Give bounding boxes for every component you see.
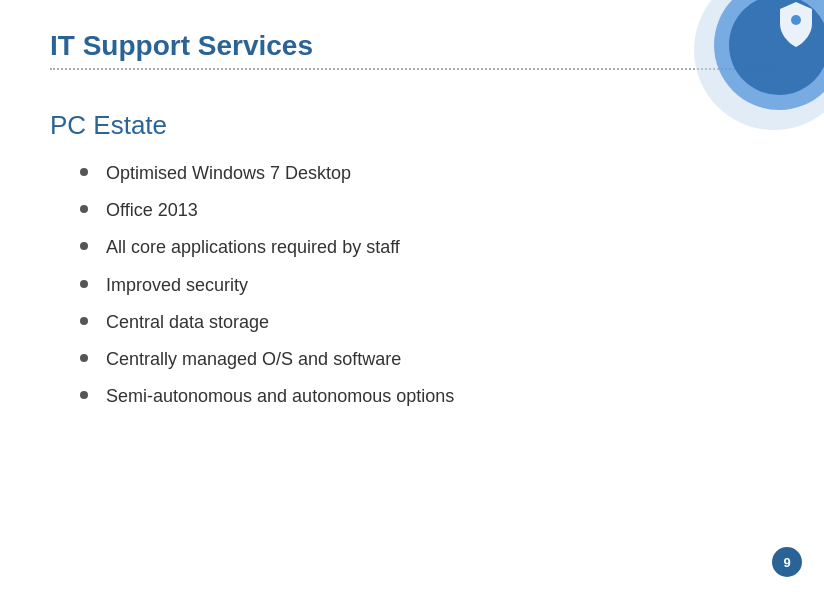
list-item: Optimised Windows 7 Desktop	[80, 161, 774, 186]
slide: IT Support Services PC Estate Optimised …	[0, 0, 824, 595]
bullet-list: Optimised Windows 7 DesktopOffice 2013Al…	[80, 161, 774, 409]
page-number-badge: 9	[772, 547, 802, 577]
title-section: IT Support Services	[50, 30, 774, 70]
list-item-text: Improved security	[106, 273, 248, 298]
bullet-dot	[80, 391, 88, 399]
list-item: Improved security	[80, 273, 774, 298]
bullet-dot	[80, 205, 88, 213]
list-item: Semi-autonomous and autonomous options	[80, 384, 774, 409]
page-title: IT Support Services	[50, 30, 774, 62]
decoration-circles	[674, 0, 824, 150]
section-heading: PC Estate	[50, 110, 774, 141]
list-item-text: Central data storage	[106, 310, 269, 335]
list-item: Office 2013	[80, 198, 774, 223]
list-item-text: Centrally managed O/S and software	[106, 347, 401, 372]
list-item-text: Optimised Windows 7 Desktop	[106, 161, 351, 186]
list-item: Centrally managed O/S and software	[80, 347, 774, 372]
list-item: All core applications required by staff	[80, 235, 774, 260]
shield-icon	[776, 0, 816, 50]
bullet-dot	[80, 317, 88, 325]
bullet-dot	[80, 354, 88, 362]
bullet-dot	[80, 280, 88, 288]
bullet-dot	[80, 242, 88, 250]
bullet-dot	[80, 168, 88, 176]
list-item: Central data storage	[80, 310, 774, 335]
list-item-text: Semi-autonomous and autonomous options	[106, 384, 454, 409]
list-item-text: Office 2013	[106, 198, 198, 223]
title-divider	[50, 68, 774, 70]
svg-point-0	[791, 15, 801, 25]
list-item-text: All core applications required by staff	[106, 235, 400, 260]
